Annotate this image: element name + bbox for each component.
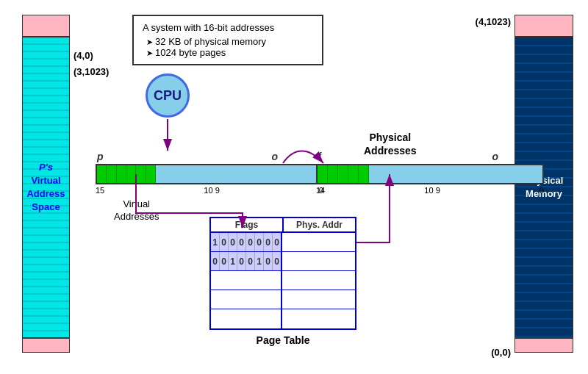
left-mem-pink-bottom bbox=[22, 338, 70, 353]
pt-row-1: 0 0 1 0 0 1 0 0 bbox=[211, 252, 355, 271]
page-table-body: 1 0 0 0 0 0 0 0 0 0 1 0 0 1 0 0 bbox=[209, 233, 356, 330]
virtual-p-label: p bbox=[97, 151, 104, 162]
physical-o-label: o bbox=[492, 151, 498, 162]
pt-row-1-addr bbox=[281, 252, 355, 270]
info-box-item-2: 1024 byte pages bbox=[146, 47, 313, 58]
info-box-title: A system with 16-bit addresses bbox=[143, 22, 313, 33]
pt-row-0-flags: 1 0 0 0 0 0 0 0 bbox=[211, 233, 281, 251]
pt-row-3-addr bbox=[281, 290, 355, 309]
left-mem-pink-top bbox=[22, 15, 70, 37]
virtual-addresses-label: VirtualAddresses bbox=[114, 198, 159, 223]
label-top-right-coord: (4,1023) bbox=[476, 16, 511, 27]
pt-row-1-flags: 0 0 1 0 0 1 0 0 bbox=[211, 252, 281, 270]
virtual-address-bar-container: p o 15 10 9 0 bbox=[96, 151, 323, 195]
pt-row-2 bbox=[211, 271, 355, 290]
physical-address-bar-container: f o 14 10 9 0 bbox=[316, 151, 544, 195]
virtual-address-bar bbox=[96, 164, 323, 184]
left-mem-cyan: P's Virtual Address Space bbox=[22, 37, 70, 338]
label-top-left-coord: (4,0) bbox=[74, 50, 93, 61]
pt-row-4-addr bbox=[281, 309, 355, 328]
label-bottom-right-coord: (0,0) bbox=[491, 347, 511, 358]
vbar-num-15: 15 bbox=[96, 186, 104, 195]
pt-header-addr: Phys. Addr bbox=[284, 218, 355, 231]
pt-row-2-addr bbox=[281, 271, 355, 290]
pt-row-3-flags bbox=[211, 290, 281, 309]
cpu-circle: CPU bbox=[146, 73, 190, 118]
pt-row-4 bbox=[211, 309, 355, 328]
physical-address-bar bbox=[316, 164, 544, 184]
vbar-num-10: 10 9 bbox=[204, 186, 219, 195]
left-mem-stripes bbox=[23, 37, 69, 337]
virtual-o-label: o bbox=[271, 151, 278, 162]
left-memory-column: P's Virtual Address Space bbox=[22, 15, 70, 353]
virtual-bar-numbers: 15 10 9 0 bbox=[96, 186, 323, 195]
pbar-num-0: 0 bbox=[539, 186, 544, 195]
right-mem-pink-top bbox=[514, 15, 573, 37]
pt-row-0-addr bbox=[281, 233, 355, 251]
pbar-num-10: 10 9 bbox=[424, 186, 440, 195]
virtual-bar-page bbox=[97, 165, 156, 183]
pt-row-0: 1 0 0 0 0 0 0 0 bbox=[211, 233, 355, 252]
pt-row-4-flags bbox=[211, 309, 281, 328]
page-table-header: Flags Phys. Addr bbox=[209, 217, 356, 233]
label-top-left-coord2: (3,1023) bbox=[74, 66, 109, 77]
cpu-label: CPU bbox=[154, 88, 182, 104]
physical-bar-labels: f o bbox=[316, 151, 544, 162]
page-table: Flags Phys. Addr 1 0 0 0 0 0 0 0 0 0 1 0 bbox=[209, 217, 356, 346]
pt-row-3 bbox=[211, 290, 355, 309]
physical-bar-offset bbox=[369, 165, 542, 183]
pt-header-flags: Flags bbox=[211, 218, 284, 231]
info-box: A system with 16-bit addresses 32 KB of … bbox=[132, 15, 323, 65]
page-table-title: Page Table bbox=[209, 334, 356, 346]
info-box-list: 32 KB of physical memory 1024 byte pages bbox=[143, 36, 313, 58]
physical-bar-numbers: 14 10 9 0 bbox=[316, 186, 544, 195]
pt-row-2-flags bbox=[211, 271, 281, 290]
info-box-item-1: 32 KB of physical memory bbox=[146, 36, 313, 47]
right-mem-pink-bottom bbox=[514, 338, 573, 353]
virtual-bar-labels: p o bbox=[96, 151, 323, 162]
physical-f-label: f bbox=[318, 151, 321, 162]
virtual-bar-offset bbox=[156, 165, 322, 183]
physical-bar-frame bbox=[318, 165, 369, 183]
pbar-num-14: 14 bbox=[316, 186, 325, 195]
